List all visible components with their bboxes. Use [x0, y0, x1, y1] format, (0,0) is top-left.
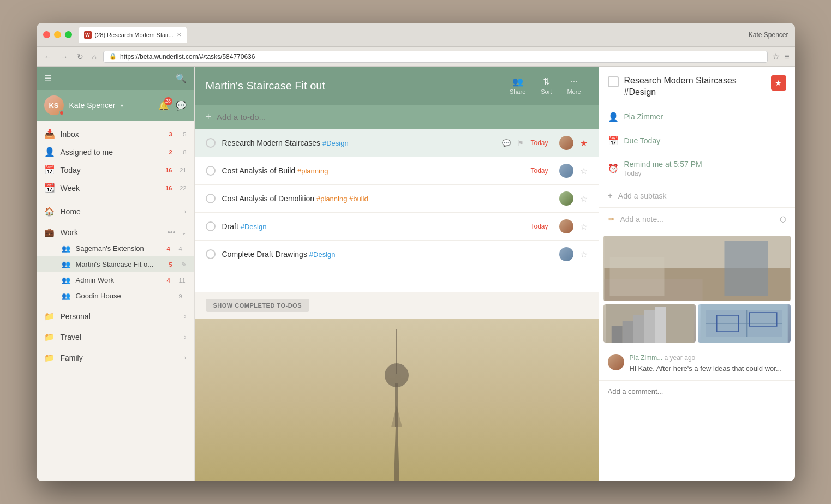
edit-icon[interactable]: ✎	[181, 261, 187, 268]
sidebar-item-martins[interactable]: 👥 Martin's Staircase Fit o... 5 ✎	[37, 256, 194, 272]
detail-assignee[interactable]: 👤 Pia Zimmer	[599, 105, 795, 129]
goodin-icon: 👥	[62, 292, 71, 300]
commenter-name: Pia Zimm...	[630, 354, 663, 362]
hamburger-icon[interactable]: ☰	[44, 73, 52, 83]
browser-menu-icon[interactable]: ≡	[784, 52, 789, 62]
work-more-icon[interactable]: •••	[168, 228, 176, 237]
reminder-sub: Today	[624, 170, 786, 177]
close-button[interactable]	[43, 31, 50, 38]
blueprint-illustration	[698, 304, 791, 343]
work-chevron-icon[interactable]: ⌄	[181, 229, 187, 236]
reload-button[interactable]: ↻	[75, 51, 86, 62]
detail-checkbox[interactable]	[608, 76, 619, 87]
week-label: Week	[61, 184, 158, 193]
detail-due-date[interactable]: 📅 Due Today	[599, 129, 795, 153]
sidebar-item-work[interactable]: 💼 Work ••• ⌄	[37, 224, 194, 241]
messages-icon[interactable]: 💬	[176, 100, 187, 111]
today-label: Today	[61, 166, 158, 175]
forward-button[interactable]: →	[58, 51, 70, 62]
detail-star-icon[interactable]: ★	[771, 75, 786, 91]
sidebar-item-sagemans[interactable]: 👥 Sageman's Extension 4 4	[37, 241, 194, 256]
sidebar-item-travel[interactable]: 📁 Travel ›	[37, 329, 194, 345]
url-text: https://beta.wunderlist.com/#/tasks/5847…	[120, 53, 255, 61]
note-expand-icon[interactable]: ⬡	[780, 215, 786, 224]
user-profile: KS Kate Spencer ▾ 🔔 28 💬	[37, 90, 194, 121]
back-button[interactable]: ←	[42, 51, 54, 62]
add-comment-input[interactable]	[608, 387, 786, 395]
sidebar-search-icon[interactable]: 🔍	[176, 73, 187, 83]
commenter-avatar	[608, 354, 624, 370]
add-comment-row[interactable]	[599, 381, 795, 402]
add-note-row[interactable]: ✏ Add a note... ⬡	[599, 208, 795, 231]
sidebar-item-today[interactable]: 📅 Today 16 21	[37, 161, 194, 179]
sidebar-item-assigned[interactable]: 👤 Assigned to me 2 8	[37, 143, 194, 161]
share-label: Share	[510, 88, 525, 95]
title-bar: W (28) Research Modern Stair... ✕ Kate S…	[37, 23, 795, 47]
user-dropdown-icon[interactable]: ▾	[121, 103, 123, 109]
task-checkbox[interactable]	[206, 194, 216, 203]
app-body: ☰ 🔍 KS Kate Spencer ▾ 🔔 28 💬	[37, 67, 795, 481]
notifications-icon[interactable]: 🔔 28	[158, 100, 169, 111]
avatar: KS	[44, 95, 64, 115]
url-bar[interactable]: 🔒 https://beta.wunderlist.com/#/tasks/58…	[103, 51, 768, 63]
more-button[interactable]: ··· More	[560, 74, 587, 98]
star-icon[interactable]: ☆	[580, 221, 588, 232]
star-icon[interactable]: ☆	[580, 194, 588, 204]
comment-icon: 💬	[502, 139, 511, 147]
add-subtask-row[interactable]: + Add a subtask	[599, 184, 795, 208]
table-row[interactable]: Cost Analysis of Demolition #planning #b…	[195, 185, 599, 213]
detail-image-small-2	[698, 304, 791, 343]
minimize-button[interactable]	[54, 31, 61, 38]
main-actions: 👥 Share ⇅ Sort ··· More	[503, 73, 588, 98]
traffic-lights	[43, 31, 72, 38]
task-checkbox[interactable]	[206, 249, 216, 259]
star-icon[interactable]: ★	[580, 138, 588, 148]
flag-icon: ⚑	[517, 139, 524, 147]
work-label: Work	[61, 228, 162, 237]
bookmark-icon[interactable]: ☆	[772, 51, 780, 62]
inbox-badge-red: 3	[164, 131, 172, 137]
task-checkbox[interactable]	[206, 138, 216, 148]
detail-comment: Pia Zimm... a year ago Hi Kate. After he…	[599, 347, 795, 381]
detail-header: Research Modern Staircases #Design ★	[599, 67, 795, 105]
sort-button[interactable]: ⇅ Sort	[534, 73, 558, 98]
browser-tab[interactable]: W (28) Research Modern Stair... ✕	[79, 27, 187, 43]
avatar	[559, 219, 573, 233]
assigned-badge-gray: 8	[178, 149, 187, 155]
share-button[interactable]: 👥 Share	[503, 73, 532, 98]
personal-chevron-icon[interactable]: ›	[184, 313, 187, 320]
martins-icon: 👥	[62, 260, 71, 268]
task-date: Today	[530, 139, 548, 147]
sidebar-item-goodin[interactable]: 👥 Goodin House 9	[37, 288, 194, 304]
sidebar-item-family[interactable]: 📁 Family ›	[37, 350, 194, 366]
sidebar-item-personal[interactable]: 📁 Personal ›	[37, 308, 194, 325]
task-checkbox[interactable]	[206, 221, 216, 231]
home-button[interactable]: ⌂	[90, 51, 99, 62]
week-badge-red: 16	[164, 185, 172, 191]
star-icon[interactable]: ☆	[580, 249, 588, 260]
show-completed-button[interactable]: SHOW COMPLETED TO-DOS	[206, 299, 309, 312]
task-checkbox[interactable]	[206, 166, 216, 176]
sidebar-item-week[interactable]: 📆 Week 16 22	[37, 179, 194, 197]
maximize-button[interactable]	[65, 31, 72, 38]
star-icon[interactable]: ☆	[580, 166, 588, 176]
travel-chevron-icon[interactable]: ›	[184, 333, 187, 341]
assignee-name: Pia Zimmer	[624, 112, 786, 121]
inbox-label: Inbox	[61, 130, 158, 139]
sidebar-item-inbox[interactable]: 📥 Inbox 3 5	[37, 125, 194, 143]
task-tag: #Design	[241, 223, 267, 231]
sidebar-item-home[interactable]: 🏠 Home ›	[37, 203, 194, 220]
family-chevron-icon[interactable]: ›	[184, 354, 187, 362]
table-row[interactable]: Research Modern Staircases #Design 💬 ⚑ T…	[195, 129, 599, 157]
personal-section: 📁 Personal ›	[37, 306, 194, 327]
table-row[interactable]: Draft #Design Today ☆	[195, 213, 599, 241]
sagemans-badge-red: 4	[167, 245, 175, 252]
home-icon: 🏠	[44, 207, 55, 217]
sidebar-item-admin[interactable]: 👥 Admin Work 4 11	[37, 272, 194, 288]
add-todo-input[interactable]	[217, 112, 587, 122]
due-date-icon: 📅	[608, 136, 619, 146]
table-row[interactable]: Complete Draft Drawings #Design ☆	[195, 241, 599, 268]
table-row[interactable]: Cost Analysis of Build #planning Today ☆	[195, 157, 599, 185]
detail-reminder[interactable]: ⏰ Remind me at 5:57 PM Today	[599, 153, 795, 184]
tab-close-icon[interactable]: ✕	[177, 32, 181, 38]
